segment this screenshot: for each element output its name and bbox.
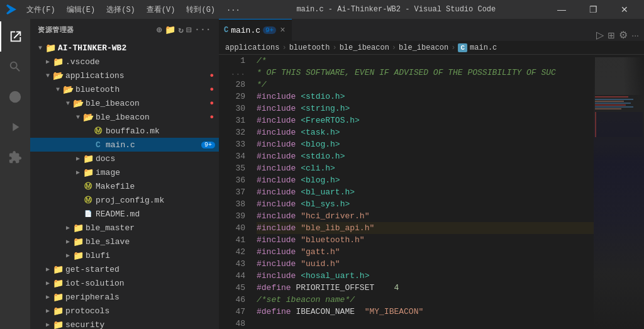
sidebar-item-bluetooth[interactable]: ▼ 📂 bluetooth ●: [30, 82, 219, 96]
vscode-arrow: ▶: [43, 58, 53, 65]
proj-config-icon: Ⓜ: [83, 195, 93, 205]
bluetooth-arrow: ▼: [53, 86, 63, 93]
sidebar-item-makefile[interactable]: ▶ Ⓜ Makefile: [30, 179, 219, 193]
sidebar-item-readme[interactable]: ▶ 📄 README.md: [30, 207, 219, 221]
breadcrumb-applications[interactable]: applications: [225, 43, 279, 52]
code-token: #include: [257, 138, 296, 150]
breadcrumb-ble-ibeacon2[interactable]: ble_ibeacon: [399, 43, 448, 52]
image-arrow: ▶: [73, 169, 83, 176]
security-label: security: [65, 320, 219, 330]
sidebar-item-ble-ibeacon-outer[interactable]: ▼ 📂 ble_ibeacon ●: [30, 96, 219, 110]
breadcrumb-bluetooth[interactable]: bluetooth: [289, 43, 330, 52]
vscode-label: .vscode: [65, 57, 219, 67]
menu-file[interactable]: 文件(F): [21, 3, 60, 16]
sidebar-item-protocols[interactable]: ▶ 📁 protocols: [30, 304, 219, 318]
ble-ibeacon-outer-label: ble_ibeacon: [86, 99, 209, 108]
code-token: [296, 186, 301, 198]
sidebar-item-main-c[interactable]: ▶ C main.c 9+: [30, 138, 219, 152]
breadcrumb-ble-ibeacon1[interactable]: ble_ibeacon: [340, 43, 389, 52]
code-token: [296, 198, 301, 210]
vscode-folder-icon: 📁: [53, 57, 63, 67]
menu-view[interactable]: 查看(V): [142, 3, 180, 16]
code-token: [296, 174, 301, 186]
applications-label: applications: [65, 71, 209, 81]
sidebar-item-ble-slave[interactable]: ▶ 📁 ble_slave: [30, 235, 219, 248]
activity-extensions[interactable]: [0, 142, 30, 172]
sidebar-item-blufi[interactable]: ▶ 📁 blufi: [30, 248, 219, 262]
sidebar-item-docs[interactable]: ▶ 📁 docs: [30, 152, 219, 165]
bouffalo-mk-icon: Ⓜ: [93, 126, 103, 136]
sidebar-item-peripherals[interactable]: ▶ 📁 peripherals: [30, 290, 219, 304]
menu-edit[interactable]: 编辑(E): [62, 3, 101, 16]
collapse-icon[interactable]: ⊟: [186, 25, 192, 35]
run-button[interactable]: ▷: [596, 29, 604, 41]
minimize-button[interactable]: —: [547, 0, 576, 19]
ble-slave-arrow: ▶: [63, 238, 73, 245]
more-actions-icon[interactable]: ···: [194, 25, 211, 35]
breadcrumb-sep3: ›: [392, 43, 396, 52]
code-token: #include: [257, 126, 296, 138]
close-button[interactable]: ✕: [610, 0, 639, 19]
sidebar-item-ble-ibeacon-inner[interactable]: ▼ 📂 ble_ibeacon ●: [30, 110, 219, 124]
code-token: [296, 258, 301, 270]
ble-master-label: ble_master: [86, 223, 219, 233]
activity-run[interactable]: [0, 112, 30, 142]
code-token: [296, 162, 301, 174]
new-file-icon[interactable]: ⊕: [157, 25, 162, 35]
sidebar-item-ble-master[interactable]: ▶ 📁 ble_master: [30, 221, 219, 235]
iot-solution-arrow: ▶: [43, 279, 53, 287]
activity-search[interactable]: [0, 52, 30, 82]
main-layout: 资源管理器 ⊕ 📁 ↻ ⊟ ··· ▼ 📁 AI-THINKER-WB2 ▶ 📁…: [0, 19, 644, 329]
sidebar-item-security[interactable]: ▶ 📁 security: [30, 318, 219, 329]
settings-button[interactable]: ⚙: [619, 29, 628, 41]
sidebar-item-applications[interactable]: ▼ 📂 applications ●: [30, 69, 219, 82]
maximize-button[interactable]: ❐: [579, 0, 608, 19]
activity-explorer[interactable]: [0, 21, 30, 52]
blufi-arrow: ▶: [63, 252, 73, 259]
code-line-1: /*: [257, 55, 594, 67]
code-line-47: /*set ibeacon name*/: [257, 294, 594, 306]
title-bar-left: 文件(F) 编辑(E) 选择(S) 查看(V) 转到(G) ...: [5, 3, 245, 16]
tree-root[interactable]: ▼ 📁 AI-THINKER-WB2: [30, 41, 219, 55]
code-token: [296, 150, 301, 162]
activity-bar: [0, 19, 30, 329]
applications-arrow: ▼: [43, 72, 53, 79]
breadcrumb-main-c[interactable]: main.c: [470, 43, 497, 52]
sidebar-item-image[interactable]: ▶ 📁 image: [30, 165, 219, 179]
code-token: #include: [257, 270, 296, 282]
menu-select[interactable]: 选择(S): [101, 3, 140, 16]
more-editor-actions[interactable]: ···: [631, 30, 639, 40]
minimap-visual: [594, 55, 644, 329]
tab-close-button[interactable]: ×: [279, 24, 286, 36]
protocols-label: protocols: [65, 306, 219, 316]
image-folder-icon: 📁: [83, 167, 93, 177]
proj-config-label: proj_config.mk: [96, 196, 219, 205]
main-c-file-icon: C: [93, 140, 103, 150]
tab-main-c[interactable]: C main.c 9+ ×: [219, 19, 292, 41]
code-token: [296, 270, 301, 282]
code-token: IBEACON_NAME: [291, 306, 365, 318]
code-token: #include: [257, 186, 296, 198]
code-token: #define: [257, 306, 291, 318]
sidebar-item-vscode[interactable]: ▶ 📁 .vscode: [30, 55, 219, 69]
new-folder-icon[interactable]: 📁: [165, 25, 176, 35]
sidebar-item-bouffalo-mk[interactable]: ▶ Ⓜ bouffalo.mk: [30, 124, 219, 138]
code-editor: 1 ... 28 29 30 31 32 33 34 35 36 37 38 3…: [219, 55, 644, 329]
sidebar-item-get-started[interactable]: ▶ 📁 get-started: [30, 262, 219, 276]
code-line-36: #include <cli.h>: [257, 162, 594, 174]
activity-git[interactable]: [0, 82, 30, 112]
sidebar-item-iot-solution[interactable]: ▶ 📁 iot-solution: [30, 276, 219, 290]
menu-more[interactable]: ...: [221, 3, 245, 16]
peripherals-folder-icon: 📁: [53, 292, 63, 302]
menu-goto[interactable]: 转到(G): [181, 3, 220, 16]
breadcrumb-sep1: ›: [282, 43, 286, 52]
breadcrumb-sep2: ›: [332, 43, 336, 52]
split-editor-button[interactable]: ⊞: [608, 30, 615, 40]
refresh-icon[interactable]: ↻: [178, 25, 184, 35]
code-content[interactable]: /* * OF THIS SOFTWARE, EVEN IF ADVISED O…: [250, 55, 594, 329]
blufi-label: blufi: [86, 251, 219, 260]
code-token: #include: [257, 114, 296, 126]
docs-label: docs: [96, 154, 219, 164]
sidebar-item-proj-config[interactable]: ▶ Ⓜ proj_config.mk: [30, 193, 219, 207]
code-line-37: #include <blog.h>: [257, 174, 594, 186]
